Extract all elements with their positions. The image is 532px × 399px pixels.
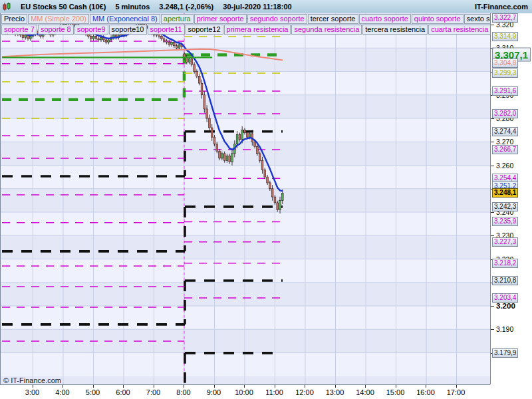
candle-body	[241, 130, 243, 140]
level-price-box: 3.210,8	[492, 276, 518, 285]
level-price-box: 3.235,9	[492, 217, 518, 226]
candle-body	[254, 142, 256, 146]
time-tick-label: 5:00	[86, 388, 100, 396]
time-tick-mark	[93, 385, 94, 388]
candle-body	[219, 151, 221, 158]
candle-body	[221, 154, 223, 158]
time-tick-mark	[154, 385, 154, 388]
time-tick-label: 12:00	[295, 388, 314, 396]
price-tick-mark	[491, 306, 494, 307]
series-line-blue	[3, 26, 283, 192]
candle-body	[95, 37, 97, 39]
chart-plot-area[interactable]: PrecioMM (Simple 200)MM (Exponencial 8)a…	[0, 13, 490, 384]
time-tick-label: 13:00	[326, 388, 344, 396]
candle-body	[213, 137, 215, 144]
candle-body	[166, 41, 168, 43]
candle-body	[223, 154, 225, 161]
candle-body	[206, 109, 208, 118]
candle-body	[209, 118, 211, 128]
time-tick-mark	[123, 385, 124, 388]
level-price-box: 3.291,6	[492, 86, 518, 96]
time-tick-label: 6:00	[116, 388, 130, 396]
level-price-box: 3.266,7	[492, 145, 518, 154]
legend-item[interactable]: quinto soporte	[412, 14, 464, 24]
legend-item[interactable]: soporte10	[109, 25, 147, 35]
time-tick-label: 14:00	[356, 388, 374, 396]
legend-item[interactable]: tercer soporte	[308, 14, 358, 24]
candle-body	[191, 59, 193, 65]
candle-body	[29, 37, 31, 39]
time-tick-label: 8:00	[176, 388, 190, 396]
candle-body	[203, 95, 205, 109]
candle-body	[92, 37, 94, 39]
time-tick-mark	[365, 385, 366, 388]
level-price-box: 3.274,4	[492, 127, 518, 136]
price-tick-mark	[491, 235, 494, 236]
legend-item[interactable]: soporte11	[148, 25, 185, 35]
candle-body	[236, 135, 238, 144]
legend-item[interactable]: Precio	[1, 14, 27, 24]
candle-body	[261, 160, 263, 170]
level-price-box: 3.299,3	[492, 68, 518, 78]
level-price-box: 3.227,3	[492, 237, 518, 247]
legend-item[interactable]: primer soporte	[194, 14, 247, 24]
candle-body	[279, 200, 281, 209]
candle-body	[196, 72, 198, 76]
level-price-box: 3.314,9	[492, 32, 518, 41]
instrument-name: EU Stocks 50 Cash (10€)	[21, 3, 106, 11]
price-tick-mark	[491, 166, 494, 166]
candle-body	[274, 197, 276, 203]
legend-item[interactable]: primera resistencia	[224, 25, 291, 35]
time-tick-mark	[184, 385, 184, 388]
candle-body	[281, 193, 283, 200]
candle-body	[216, 144, 218, 152]
candle-body	[194, 65, 196, 72]
candle-body	[226, 156, 228, 160]
candle-body	[211, 128, 213, 137]
chart-canvas[interactable]	[1, 13, 490, 384]
candle-body	[239, 135, 241, 140]
legend-item[interactable]: cuarta resistencia	[428, 25, 490, 35]
legend-item[interactable]: soporte 8	[38, 25, 74, 35]
legend-item[interactable]: MM (Simple 200)	[28, 14, 89, 24]
time-tick-label: 15:00	[386, 388, 405, 396]
candle-body	[168, 42, 170, 45]
title-bar: EU Stocks 50 Cash (10€) 5 minutos 3.248,…	[0, 0, 532, 14]
legend-item[interactable]: sexto soporte	[464, 14, 490, 24]
time-tick-mark	[244, 385, 245, 388]
legend-item[interactable]: apertura	[161, 14, 194, 24]
candle-body	[22, 35, 24, 38]
legend-item[interactable]: soporte 7	[1, 25, 37, 35]
legend-item[interactable]: segundo soporte	[247, 14, 307, 24]
time-tick-label: 17:00	[447, 388, 466, 396]
candle-body	[173, 42, 175, 45]
candle-body	[267, 177, 269, 183]
legend-item[interactable]: soporte12	[186, 25, 223, 35]
candle-body	[229, 156, 231, 162]
candle-body	[259, 154, 261, 161]
candle-body	[98, 39, 100, 40]
legend-item[interactable]: segunda resistencia	[291, 25, 362, 35]
candle-body	[25, 35, 27, 38]
level-price-box: 3.304,8	[492, 59, 518, 68]
price-tick-label: 3.190	[496, 325, 513, 333]
time-tick-mark	[396, 385, 396, 388]
legend-item[interactable]: cuarto soporte	[359, 14, 411, 24]
candlestick-icon	[2, 2, 11, 11]
price-tick-mark	[491, 212, 494, 213]
candle-body	[178, 45, 180, 48]
level-price-box: 3.242,3	[492, 202, 518, 211]
price-tick-mark	[491, 25, 494, 25]
time-axis[interactable]: 3:004:005:006:007:008:009:0010:0011:0012…	[0, 384, 490, 399]
time-tick-mark	[335, 385, 336, 388]
level-price-box: 3.282,0	[492, 109, 518, 118]
price-axis[interactable]: 3.3203.3103.3003.2903.2803.2703.2603.250…	[490, 13, 532, 399]
legend-item[interactable]: tercera resistencia	[362, 25, 428, 35]
price-tick-label: 3.200	[496, 302, 515, 310]
legend-item[interactable]: MM (Exponencial 8)	[90, 14, 160, 24]
last-price-change: 3.248,1 (-2,06%)	[159, 3, 213, 11]
price-tick-mark	[491, 329, 494, 330]
candle-body	[100, 37, 102, 40]
legend-item[interactable]: soporte9	[74, 25, 108, 35]
current-price-box: 3.248,1	[492, 188, 518, 198]
